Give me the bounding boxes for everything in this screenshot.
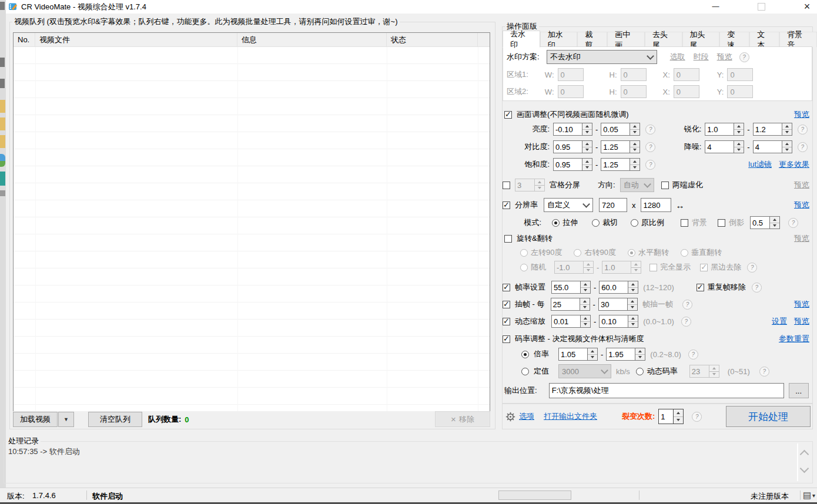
zoom-max-spinner[interactable]: 0.10 <box>599 315 638 328</box>
adjust-preview-link[interactable]: 预览 <box>794 109 809 120</box>
spin-down-icon[interactable] <box>770 223 779 229</box>
spin-down-icon[interactable] <box>582 147 592 153</box>
sharpen-max-spinner[interactable]: 1.2 <box>753 123 792 136</box>
tab-crop[interactable]: 裁剪 <box>577 32 607 47</box>
spin-up-icon[interactable] <box>582 123 592 129</box>
spin-down-icon[interactable] <box>630 164 639 171</box>
help-icon[interactable]: ? <box>645 125 655 135</box>
resolution-width-input[interactable]: 720 <box>599 198 627 212</box>
tab-speed[interactable]: 变速 <box>719 32 749 47</box>
tab-text[interactable]: 文本 <box>749 32 779 47</box>
reflection-value-spinner[interactable]: 0.5 <box>750 216 780 229</box>
spin-down-icon[interactable] <box>628 304 637 311</box>
spin-down-icon[interactable] <box>782 129 792 136</box>
help-icon[interactable]: ? <box>798 142 808 152</box>
framerate-max-spinner[interactable]: 60.0 <box>599 281 638 294</box>
resolution-height-input[interactable]: 1280 <box>641 198 671 212</box>
spin-up-icon[interactable] <box>770 217 779 223</box>
help-icon[interactable]: ? <box>759 367 769 377</box>
rotate-flip-checkbox[interactable] <box>504 235 512 243</box>
tab-trim-ends[interactable]: 去头尾 <box>645 32 682 47</box>
help-icon[interactable]: ? <box>645 160 655 170</box>
ratio-min-spinner[interactable]: 1.05 <box>558 348 598 361</box>
spin-value[interactable]: 4 <box>705 140 734 153</box>
load-video-dropdown-button[interactable]: ▼ <box>58 412 74 427</box>
spin-value[interactable]: 55.0 <box>551 281 581 294</box>
bitrate-fixed-radio[interactable] <box>521 368 529 375</box>
spin-down-icon[interactable] <box>734 129 744 136</box>
spin-value[interactable]: -0.10 <box>553 123 582 136</box>
help-icon[interactable]: ? <box>752 283 762 293</box>
bitrate-checkbox[interactable] <box>503 335 510 343</box>
tab-pip[interactable]: 画中画 <box>607 32 645 47</box>
spin-down-icon[interactable] <box>581 287 590 294</box>
spin-value[interactable]: 1.0 <box>705 123 734 136</box>
column-header-file[interactable]: 视频文件 <box>35 33 237 46</box>
report-icon[interactable]: ▤ <box>803 490 811 500</box>
spin-down-icon[interactable] <box>628 287 638 294</box>
mode-original-radio[interactable] <box>631 219 638 227</box>
options-link[interactable]: 选项 <box>519 411 534 422</box>
fission-count-spinner[interactable]: 1 <box>658 409 684 424</box>
extract-preview-link[interactable]: 预览 <box>794 299 809 310</box>
spin-up-icon[interactable] <box>734 141 744 147</box>
load-video-button[interactable]: 加载视频 <box>13 412 58 427</box>
spin-down-icon[interactable] <box>734 147 744 153</box>
minimize-button[interactable]: — <box>699 0 732 13</box>
spin-up-icon[interactable] <box>630 141 639 147</box>
spin-down-icon[interactable] <box>582 129 592 136</box>
dedupe-frames-checkbox[interactable] <box>697 284 704 291</box>
zoom-settings-link[interactable]: 设置 <box>772 316 787 327</box>
saturation-min-spinner[interactable]: 0.95 <box>553 158 592 171</box>
spin-value[interactable]: 1.25 <box>601 158 630 171</box>
spin-up-icon[interactable] <box>782 123 792 129</box>
spin-down-icon[interactable] <box>582 164 592 171</box>
spin-value[interactable]: 4 <box>753 140 782 153</box>
tab-add-ends[interactable]: 加头尾 <box>682 32 720 47</box>
spin-up-icon[interactable] <box>581 281 590 287</box>
spin-up-icon[interactable] <box>782 141 792 147</box>
lut-filter-link[interactable]: lut滤镜 <box>748 159 772 170</box>
spin-up-icon[interactable] <box>628 298 637 304</box>
swap-dimensions-icon[interactable]: ↔ <box>676 200 685 210</box>
bitrate-ratio-radio[interactable] <box>521 351 529 358</box>
resolution-preview-link[interactable]: 预览 <box>794 200 809 210</box>
queue-table-body[interactable] <box>14 47 490 411</box>
dynamic-zoom-checkbox[interactable] <box>503 318 510 325</box>
zoom-preview-link[interactable]: 预览 <box>794 316 809 327</box>
spin-down-icon[interactable] <box>628 321 638 328</box>
spin-value[interactable]: 1.25 <box>601 140 630 153</box>
spin-up-icon[interactable] <box>630 123 639 129</box>
help-icon[interactable]: ? <box>798 125 808 135</box>
grid-split-checkbox[interactable] <box>503 182 510 189</box>
spin-up-icon[interactable] <box>588 348 597 354</box>
dynamic-bitrate-radio[interactable] <box>636 368 644 375</box>
more-effects-link[interactable]: 更多效果 <box>779 159 809 170</box>
spin-down-icon[interactable] <box>588 354 597 361</box>
help-icon[interactable]: ? <box>739 52 749 62</box>
mode-stretch-radio[interactable] <box>552 219 560 227</box>
spin-down-icon[interactable] <box>630 129 639 136</box>
spin-value[interactable]: 0.01 <box>551 315 581 328</box>
spin-value[interactable]: 0.5 <box>750 216 770 229</box>
output-path-input[interactable]: F:\京东视频\处理 <box>549 383 784 398</box>
spin-value[interactable]: 0.10 <box>599 315 628 328</box>
spin-down-icon[interactable] <box>674 416 683 424</box>
start-processing-button[interactable]: 开始处理 <box>726 406 811 427</box>
help-icon[interactable]: ? <box>645 142 655 152</box>
tab-add-watermark[interactable]: 加水印 <box>540 32 578 47</box>
spin-value[interactable]: 0.05 <box>601 123 630 136</box>
reset-params-link[interactable]: 参数重置 <box>779 334 809 344</box>
spin-up-icon[interactable] <box>628 281 638 287</box>
resolution-checkbox[interactable] <box>503 201 510 209</box>
gear-icon[interactable] <box>505 412 515 422</box>
report-caret-icon[interactable]: ▾ <box>812 492 815 499</box>
frame-extract-checkbox[interactable] <box>503 301 510 308</box>
resolution-preset-combobox[interactable]: 自定义 <box>544 198 593 212</box>
brightness-max-spinner[interactable]: 0.05 <box>601 123 640 136</box>
spin-value[interactable]: 25 <box>551 298 580 311</box>
sharpen-min-spinner[interactable]: 1.0 <box>705 123 744 136</box>
contrast-min-spinner[interactable]: 0.95 <box>553 140 592 153</box>
clear-queue-button[interactable]: 清空队列 <box>88 412 142 427</box>
spin-up-icon[interactable] <box>582 141 592 147</box>
